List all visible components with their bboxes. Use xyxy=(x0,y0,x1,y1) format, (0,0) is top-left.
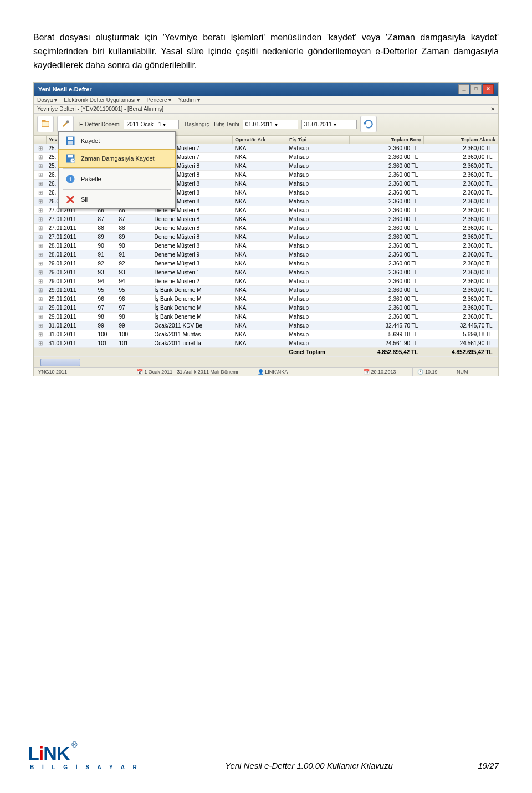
scroll-thumb[interactable] xyxy=(40,359,80,366)
refresh-icon[interactable] xyxy=(360,116,377,132)
cell-n1: 90 xyxy=(96,242,117,250)
table-row[interactable]: ⊞31.01.2011101101Ocak/2011 ücret taNKAMa… xyxy=(34,339,498,348)
tools-icon[interactable] xyxy=(57,116,74,132)
book-icon[interactable] xyxy=(37,116,54,132)
close-button[interactable]: ✕ xyxy=(483,84,494,94)
svg-rect-5 xyxy=(68,155,73,158)
cell-desc: İş Bank Deneme M xyxy=(152,295,232,304)
expand-icon[interactable]: ⊞ xyxy=(34,259,47,268)
table-row[interactable]: ⊞27.01.20118888Deneme Müşteri 8NKAMahsup… xyxy=(34,224,498,233)
expand-icon[interactable]: ⊞ xyxy=(34,250,47,259)
cell-credit: 2.360,00 TL xyxy=(423,250,498,259)
cell-n2: 97 xyxy=(116,304,137,313)
end-date-field[interactable]: 31.01.2011 ▾ xyxy=(301,120,357,129)
info-icon: i xyxy=(64,173,76,185)
menu-item[interactable]: Yardım ▾ xyxy=(178,97,200,103)
cell-op: NKA xyxy=(233,250,287,259)
cell-debit: 24.561,90 TL xyxy=(349,339,423,348)
table-row[interactable]: ⊞27.01.20118787Deneme Müşteri 8NKAMahsup… xyxy=(34,215,498,224)
cell-desc: Ocak/2011 KDV Be xyxy=(152,321,232,330)
expand-icon[interactable]: ⊞ xyxy=(34,162,47,171)
expand-icon[interactable]: ⊞ xyxy=(34,242,47,250)
expand-icon[interactable]: ⊞ xyxy=(34,233,47,242)
horizontal-scrollbar[interactable] xyxy=(34,357,498,367)
expand-icon[interactable]: ⊞ xyxy=(34,197,47,206)
cell-n2: 100 xyxy=(116,330,137,339)
menu-save[interactable]: Kaydet xyxy=(59,132,175,150)
cell-type: Mahsup xyxy=(287,259,350,268)
col-expand[interactable] xyxy=(34,136,47,144)
expand-icon[interactable]: ⊞ xyxy=(34,206,47,215)
svg-rect-3 xyxy=(68,141,73,145)
cell-n1: 93 xyxy=(96,268,117,277)
cell-date: 29.01.2011 xyxy=(47,286,96,295)
status-user: 👤 LINK\NKA xyxy=(253,368,359,376)
table-row[interactable]: ⊞28.01.20119090Deneme Müşteri 8NKAMahsup… xyxy=(34,242,498,250)
cell-debit: 2.360,00 TL xyxy=(349,277,423,286)
context-menu: Kaydet Zaman Damgasıyla Kaydet i Paketle… xyxy=(58,131,176,209)
cell-desc: Deneme Müşteri 8 xyxy=(152,224,232,233)
menu-package[interactable]: i Paketle xyxy=(59,170,175,188)
menu-item[interactable]: Elektronik Defter Uygulaması ▾ xyxy=(64,97,140,103)
status-num: NUM xyxy=(452,368,498,376)
expand-icon[interactable]: ⊞ xyxy=(34,180,47,188)
table-row[interactable]: ⊞29.01.20119292Deneme Müşteri 3NKAMahsup… xyxy=(34,259,498,268)
table-row[interactable]: ⊞29.01.20119696İş Bank Deneme MNKAMahsup… xyxy=(34,295,498,304)
start-date-field[interactable]: 01.01.2011 ▾ xyxy=(243,120,298,129)
expand-icon[interactable]: ⊞ xyxy=(34,313,47,321)
col-op[interactable]: Operatör Adı xyxy=(233,136,287,144)
maximize-button[interactable]: □ xyxy=(470,84,482,94)
cell-type: Mahsup xyxy=(287,313,350,321)
expand-icon[interactable]: ⊞ xyxy=(34,339,47,348)
col-debit[interactable]: Toplam Borç xyxy=(349,136,423,144)
col-credit[interactable]: Toplam Alacak xyxy=(423,136,498,144)
cell-debit: 2.360,00 TL xyxy=(349,144,423,153)
cell-blank xyxy=(137,304,152,313)
table-row[interactable]: ⊞31.01.2011100100Ocak/2011 MuhtasNKAMahs… xyxy=(34,330,498,339)
expand-icon[interactable]: ⊞ xyxy=(34,171,47,180)
menu-package-label: Paketle xyxy=(81,176,101,182)
cell-n2: 96 xyxy=(116,295,137,304)
expand-icon[interactable]: ⊞ xyxy=(34,277,47,286)
period-select[interactable]: 2011 Ocak - 1 ▾ xyxy=(124,120,179,129)
cell-op: NKA xyxy=(233,242,287,250)
expand-icon[interactable]: ⊞ xyxy=(34,286,47,295)
table-row[interactable]: ⊞29.01.20119898İş Bank Deneme MNKAMahsup… xyxy=(34,313,498,321)
cell-desc: İş Bank Deneme M xyxy=(152,286,232,295)
expand-icon[interactable]: ⊞ xyxy=(34,224,47,233)
menu-save-timestamp[interactable]: Zaman Damgasıyla Kaydet xyxy=(58,149,176,168)
expand-icon[interactable]: ⊞ xyxy=(34,144,47,153)
expand-icon[interactable]: ⊞ xyxy=(34,304,47,313)
table-row[interactable]: ⊞29.01.20119595İş Bank Deneme MNKAMahsup… xyxy=(34,286,498,295)
table-row[interactable]: ⊞28.01.20119191Deneme Müşteri 9NKAMahsup… xyxy=(34,250,498,259)
expand-icon[interactable]: ⊞ xyxy=(34,330,47,339)
total-label: Genel Toplam xyxy=(287,348,350,357)
cell-type: Mahsup xyxy=(287,277,350,286)
cell-op: NKA xyxy=(233,295,287,304)
total-row: Genel Toplam 4.852.695,42 TL 4.852.695,4… xyxy=(34,348,498,357)
cell-date: 29.01.2011 xyxy=(47,268,96,277)
expand-icon[interactable]: ⊞ xyxy=(34,295,47,304)
expand-icon[interactable]: ⊞ xyxy=(34,153,47,162)
expand-icon[interactable]: ⊞ xyxy=(34,215,47,224)
menu-item[interactable]: Dosya ▾ xyxy=(37,97,57,103)
cell-desc: Deneme Müşteri 8 xyxy=(152,233,232,242)
cell-n2: 91 xyxy=(116,250,137,259)
expand-icon[interactable]: ⊞ xyxy=(34,321,47,330)
status-date: 📅 20.10.2013 xyxy=(359,368,413,376)
table-row[interactable]: ⊞29.01.20119393Deneme Müşteri 1NKAMahsup… xyxy=(34,268,498,277)
col-type[interactable]: Fiş Tipi xyxy=(287,136,350,144)
tab-close-icon[interactable]: ✕ xyxy=(490,106,495,112)
menu-delete[interactable]: Sil xyxy=(59,191,175,208)
minimize-button[interactable]: _ xyxy=(458,84,469,94)
expand-icon[interactable]: ⊞ xyxy=(34,268,47,277)
cell-debit: 2.360,00 TL xyxy=(349,188,423,197)
table-row[interactable]: ⊞27.01.20118989Deneme Müşteri 8NKAMahsup… xyxy=(34,233,498,242)
table-row[interactable]: ⊞29.01.20119797İş Bank Deneme MNKAMahsup… xyxy=(34,304,498,313)
cell-date: 29.01.2011 xyxy=(47,259,96,268)
table-row[interactable]: ⊞31.01.20119999Ocak/2011 KDV BeNKAMahsup… xyxy=(34,321,498,330)
cell-desc: Ocak/2011 Muhtas xyxy=(152,330,232,339)
menu-item[interactable]: Pencere ▾ xyxy=(146,97,171,103)
expand-icon[interactable]: ⊞ xyxy=(34,188,47,197)
table-row[interactable]: ⊞29.01.20119494Deneme Müşteri 2NKAMahsup… xyxy=(34,277,498,286)
